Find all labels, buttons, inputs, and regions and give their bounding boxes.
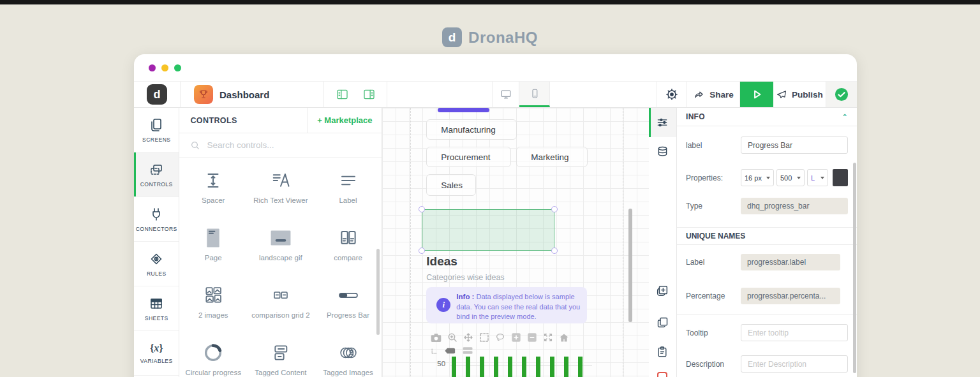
window-minimize-dot[interactable] bbox=[161, 64, 168, 71]
chip-manufacturing[interactable]: Manufacturing bbox=[426, 119, 517, 140]
description-row: Description bbox=[686, 355, 848, 373]
percentage-row: Percentage progressbar.percenta... bbox=[686, 288, 848, 304]
control-item-landscape-gif[interactable]: landscape gif bbox=[247, 220, 315, 277]
canvas-scrollbar[interactable] bbox=[628, 209, 632, 322]
pan-icon[interactable] bbox=[463, 332, 473, 343]
home-logo-button[interactable]: d bbox=[134, 82, 181, 107]
control-item-label[interactable]: Label bbox=[315, 163, 382, 220]
control-label: compare bbox=[334, 253, 362, 262]
sheets-icon bbox=[149, 296, 164, 311]
control-item-progress-bar[interactable]: Progress Bar bbox=[315, 277, 382, 335]
strip-add-control-button[interactable] bbox=[649, 284, 676, 298]
controls-scrollbar[interactable] bbox=[376, 249, 380, 335]
lasso-select-icon[interactable] bbox=[495, 332, 505, 343]
window-maximize-dot[interactable] bbox=[174, 64, 181, 71]
window-close-dot[interactable] bbox=[149, 64, 156, 71]
label-input[interactable] bbox=[741, 137, 848, 154]
resize-handle-top-right[interactable] bbox=[551, 206, 558, 212]
sidebar-item-controls[interactable]: CONTROLS bbox=[134, 152, 179, 197]
delete-icon[interactable] bbox=[657, 372, 667, 377]
desktop-preview-tab[interactable] bbox=[493, 82, 519, 107]
chip-sales[interactable]: Sales bbox=[426, 174, 476, 196]
share-button[interactable]: Share bbox=[687, 82, 740, 107]
chart-bar bbox=[578, 357, 583, 377]
app-title-section[interactable]: Dashboard bbox=[181, 82, 324, 107]
description-input[interactable] bbox=[741, 355, 848, 373]
zoom-out-icon[interactable] bbox=[527, 332, 537, 343]
sidebar-item-sheets[interactable]: SHEETS bbox=[134, 286, 179, 331]
right-panel-layout-icon[interactable] bbox=[362, 88, 376, 101]
left-panel-layout-icon[interactable] bbox=[336, 88, 349, 101]
resize-handle-bottom-right[interactable] bbox=[551, 248, 558, 254]
properties-scrollbar[interactable] bbox=[853, 163, 856, 373]
chart-bar bbox=[550, 357, 554, 377]
strip-properties-tab[interactable] bbox=[649, 108, 676, 137]
strip-copy-button[interactable] bbox=[649, 316, 676, 329]
box-select-icon[interactable] bbox=[479, 332, 489, 343]
tooltip-input[interactable] bbox=[741, 324, 848, 341]
info-text: Info : Data displayed below is sample da… bbox=[456, 287, 587, 323]
design-canvas[interactable]: Manufacturing Procurement Marketing Sale… bbox=[382, 108, 649, 377]
divider bbox=[677, 314, 857, 315]
properties-panel: INFO ⌃ label Properties: 16 px 500 L Typ… bbox=[677, 108, 857, 377]
preview-play-button[interactable] bbox=[740, 82, 773, 107]
control-item-rich-text-viewer[interactable]: Rich Text Viewer bbox=[247, 163, 315, 220]
marketplace-button[interactable]: + Marketplace bbox=[307, 108, 382, 133]
comparison-grid-2-icon bbox=[271, 286, 290, 305]
two-images-icon bbox=[203, 285, 223, 306]
chip-procurement[interactable]: Procurement bbox=[426, 147, 511, 167]
control-label: 2 images bbox=[198, 311, 228, 320]
autoscale-icon[interactable] bbox=[543, 332, 553, 343]
compare-icon bbox=[338, 228, 359, 248]
sidebar-item-screens[interactable]: SCREENS bbox=[134, 108, 179, 152]
controls-grid: Spacer Rich Text Viewer Label P bbox=[179, 158, 382, 377]
control-item-2-images[interactable]: 2 images bbox=[179, 277, 247, 335]
trophy-icon bbox=[198, 89, 209, 100]
control-item-comparison-grid-2[interactable]: comparison grid 2 bbox=[247, 277, 315, 335]
control-item-circular-progress-bar[interactable]: Circular progress bar bbox=[179, 335, 247, 377]
resize-handle-bottom-left[interactable] bbox=[419, 248, 425, 254]
saved-check-icon bbox=[835, 87, 849, 101]
search-input[interactable] bbox=[207, 140, 353, 150]
control-item-page[interactable]: Page bbox=[179, 220, 247, 277]
sidebar-item-variables[interactable]: {x} VARIABLES bbox=[134, 331, 179, 376]
controls-icon bbox=[149, 162, 164, 177]
font-weight-dropdown[interactable]: 500 bbox=[776, 169, 805, 186]
collapse-chevron-icon[interactable]: ⌃ bbox=[842, 113, 848, 121]
control-item-tagged-content[interactable]: Tagged Content bbox=[247, 335, 315, 377]
home-icon[interactable] bbox=[559, 333, 569, 343]
zoom-in-icon[interactable] bbox=[511, 332, 521, 343]
sidebar-item-connectors[interactable]: CONNECTORS bbox=[134, 197, 179, 242]
info-section-title: INFO bbox=[686, 112, 705, 121]
add-duplicate-icon bbox=[655, 284, 669, 298]
sidebar-label: CONNECTORS bbox=[136, 226, 177, 232]
sidebar-item-rules[interactable]: RULES bbox=[134, 242, 179, 286]
control-item-tagged-images[interactable]: Tagged Images bbox=[315, 335, 382, 377]
description-key: Description bbox=[686, 360, 741, 369]
settings-button[interactable] bbox=[657, 82, 687, 107]
font-color-swatch[interactable] bbox=[833, 169, 848, 186]
camera-icon[interactable] bbox=[431, 333, 442, 343]
chart-bar bbox=[494, 357, 498, 377]
strip-paste-button[interactable] bbox=[649, 345, 676, 359]
share-icon bbox=[693, 89, 705, 100]
gear-icon bbox=[665, 87, 679, 101]
spikelines-icon[interactable] bbox=[431, 346, 439, 355]
chip-marketing[interactable]: Marketing bbox=[516, 147, 588, 167]
zoom-icon[interactable] bbox=[447, 332, 457, 343]
compare-hover-icon[interactable] bbox=[462, 346, 473, 355]
control-item-spacer[interactable]: Spacer bbox=[179, 163, 247, 220]
selected-progress-bar-control[interactable] bbox=[422, 209, 554, 251]
control-item-compare[interactable]: compare bbox=[315, 220, 382, 277]
font-size-dropdown[interactable]: 16 px bbox=[741, 169, 774, 186]
copy-icon bbox=[656, 316, 669, 329]
top-strip bbox=[0, 0, 980, 4]
hover-closest-icon[interactable] bbox=[444, 347, 457, 355]
resize-handle-top-left[interactable] bbox=[419, 206, 425, 212]
strip-data-tab[interactable] bbox=[649, 137, 676, 166]
alignment-dropdown[interactable]: L bbox=[807, 169, 828, 186]
publish-button[interactable]: Publish bbox=[773, 82, 826, 107]
tab-indicator-bar bbox=[438, 108, 489, 112]
mobile-preview-tab[interactable] bbox=[519, 82, 550, 107]
control-label: Rich Text Viewer bbox=[253, 196, 308, 205]
